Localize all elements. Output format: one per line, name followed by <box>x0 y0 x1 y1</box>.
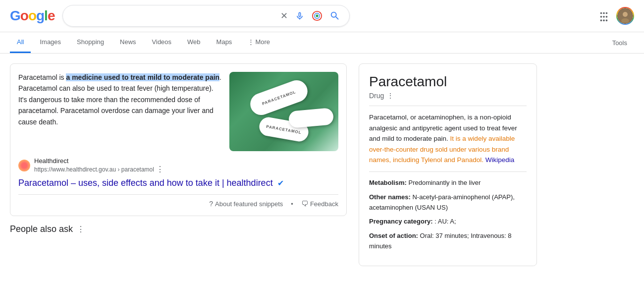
search-icon <box>329 10 340 21</box>
search-bar: Paracetamol ✕ <box>62 5 350 27</box>
mic-icon <box>295 11 305 21</box>
clear-icon: ✕ <box>280 10 288 21</box>
right-column: Paracetamol Drug ⋮ Paracetamol, or aceta… <box>359 63 537 266</box>
kp-divider <box>369 106 527 106</box>
apps-grid-icon <box>598 10 609 21</box>
lens-search-button[interactable] <box>311 9 323 22</box>
kp-title: Paracetamol <box>369 74 527 90</box>
source-details: Healthdirect https://www.healthdirect.go… <box>34 157 164 174</box>
kp-fact-2: Pregnancy category: : AU: A; <box>369 217 527 227</box>
tab-web[interactable]: Web <box>180 32 208 53</box>
snippet-image: PARACETAMOL PARACETAMOL <box>229 72 338 151</box>
search-icons: ✕ <box>279 9 341 22</box>
kp-more-icon[interactable]: ⋮ <box>387 92 394 100</box>
svg-point-1 <box>316 14 319 17</box>
knowledge-panel: Paracetamol Drug ⋮ Paracetamol, or aceta… <box>359 63 537 266</box>
tab-all[interactable]: All <box>10 32 31 53</box>
kp-fact-3: Onset of action: Oral: 37 minutes; Intra… <box>369 231 527 252</box>
kp-description: Paracetamol, or acetaminophen, is a non-… <box>369 112 527 166</box>
voice-search-button[interactable] <box>294 10 306 22</box>
feedback-link[interactable]: 🗨 Feedback <box>301 200 338 208</box>
tab-images[interactable]: Images <box>33 32 68 53</box>
dot-separator: • <box>291 200 293 208</box>
people-also-ask: People also ask ⋮ <box>10 224 347 234</box>
main-content: Paracetamol is a medicine used to treat … <box>0 54 644 266</box>
kp-fact-1: Other names: N-acetyl-para-aminophenol (… <box>369 192 527 213</box>
featured-snippet: Paracetamol is a medicine used to treat … <box>10 63 347 216</box>
source-more-icon[interactable]: ⋮ <box>156 165 164 174</box>
snippet-body: Paracetamol is a medicine used to treat … <box>18 72 338 151</box>
more-dots-icon: ⋮ <box>248 38 254 46</box>
kp-facts-divider <box>369 171 527 172</box>
snippet-text: Paracetamol is a medicine used to treat … <box>18 72 221 151</box>
source-name: Healthdirect <box>34 157 164 165</box>
wikipedia-link[interactable]: Wikipedia <box>485 156 515 164</box>
people-ask-more-icon[interactable]: ⋮ <box>77 225 85 234</box>
tab-shopping[interactable]: Shopping <box>70 32 111 53</box>
verified-badge-icon: ✔ <box>277 179 284 187</box>
apps-button[interactable] <box>597 9 610 22</box>
header-right <box>597 7 634 25</box>
tab-maps[interactable]: Maps <box>210 32 239 53</box>
header: Google Paracetamol ✕ <box>0 0 644 32</box>
feedback-row: ? About featured snippets • 🗨 Feedback <box>18 194 338 208</box>
kp-subtitle: Drug ⋮ <box>369 92 527 100</box>
nav-tabs: All Images Shopping News Videos Web Maps… <box>0 32 644 54</box>
search-input[interactable]: Paracetamol <box>71 11 274 20</box>
tab-more[interactable]: ⋮ More <box>241 32 277 53</box>
tools-button[interactable]: Tools <box>605 34 634 52</box>
clear-button[interactable]: ✕ <box>279 9 289 22</box>
kp-facts: Metabolism: Predominantly in the liverOt… <box>369 178 527 252</box>
google-logo: Google <box>10 8 54 24</box>
question-circle-icon: ? <box>209 200 213 208</box>
source-favicon <box>18 160 30 171</box>
snippet-highlight: a medicine used to treat mild to moderat… <box>66 73 219 81</box>
left-column: Paracetamol is a medicine used to treat … <box>10 63 347 266</box>
pill-image-3 <box>288 108 334 128</box>
source-url: https://www.healthdirect.gov.au › parace… <box>34 165 164 174</box>
search-button[interactable] <box>328 9 341 22</box>
tab-videos[interactable]: Videos <box>145 32 179 53</box>
feedback-icon: 🗨 <box>301 200 308 208</box>
lens-icon <box>312 10 322 21</box>
svg-point-3 <box>623 12 628 17</box>
kp-fact-0: Metabolism: Predominantly in the liver <box>369 178 527 188</box>
result-link[interactable]: Paracetamol – uses, side effects and how… <box>18 177 338 189</box>
snippet-text-before: Paracetamol is <box>18 73 66 81</box>
tab-news[interactable]: News <box>113 32 143 53</box>
avatar-image <box>617 8 633 24</box>
user-avatar[interactable] <box>616 7 634 25</box>
about-snippets-link[interactable]: ? About featured snippets <box>209 200 283 208</box>
source-row: Healthdirect https://www.healthdirect.go… <box>18 157 338 174</box>
